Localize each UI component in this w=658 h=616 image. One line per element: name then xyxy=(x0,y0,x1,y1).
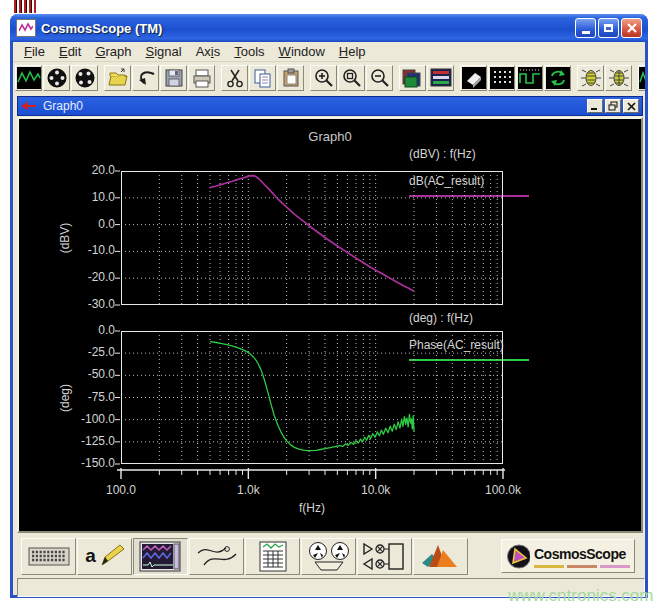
y-tick-label: 10.0 xyxy=(61,190,115,204)
save-icon xyxy=(163,68,185,88)
minimize-button[interactable] xyxy=(575,18,596,38)
y-tick-label: -75.0 xyxy=(61,390,115,404)
y-tick-label: -50.0 xyxy=(61,367,115,381)
zoom-region-button[interactable] xyxy=(338,65,365,91)
keyboard-icon xyxy=(26,541,72,571)
pinwheel-icon xyxy=(46,68,68,88)
x-tick-label: 1.0k xyxy=(214,483,282,497)
paste-button[interactable] xyxy=(277,65,304,91)
paste-icon xyxy=(280,68,302,88)
measure-button[interactable] xyxy=(516,65,543,91)
layers-button[interactable] xyxy=(427,65,454,91)
probe-button[interactable] xyxy=(189,538,244,575)
bug-icon xyxy=(580,68,602,88)
matlab-icon xyxy=(419,541,463,572)
brand-underline xyxy=(534,565,630,568)
x-tick-label: 10.0k xyxy=(342,483,410,497)
pinwheel-button-1[interactable] xyxy=(43,65,70,91)
y-tick-label: -150.0 xyxy=(61,456,115,470)
cascade-button[interactable] xyxy=(399,65,426,91)
bug-icon xyxy=(608,68,630,88)
screenshot-canvas: CosmosScope (TM) FileEditGraphSignalAxis… xyxy=(0,0,658,616)
bug-prev-button[interactable] xyxy=(605,65,632,91)
wave-zoom-button[interactable] xyxy=(638,65,645,91)
menu-item-file[interactable]: File xyxy=(17,43,52,60)
calculator-button[interactable] xyxy=(245,538,300,575)
zoom-out-button[interactable] xyxy=(366,65,393,91)
undo-button[interactable] xyxy=(132,65,159,91)
maximize-button[interactable] xyxy=(598,18,619,38)
mixer-icon xyxy=(361,541,409,572)
menu-item-window[interactable]: Window xyxy=(272,43,332,60)
zoom-in-button[interactable] xyxy=(310,65,337,91)
tape-reel-button[interactable] xyxy=(301,538,356,575)
titlebar[interactable]: CosmosScope (TM) xyxy=(10,14,648,42)
brand-label: CosmosScope xyxy=(534,546,626,562)
waveform-button[interactable] xyxy=(15,65,42,91)
redraw-button[interactable] xyxy=(544,65,571,91)
oscilloscope-icon xyxy=(139,541,183,572)
eraser-icon xyxy=(462,67,486,89)
probe-icon xyxy=(194,541,240,571)
graph-close-button[interactable] xyxy=(623,99,639,113)
menu-item-help[interactable]: Help xyxy=(332,43,373,60)
x-axis-title: f(Hz) xyxy=(272,501,352,515)
y-tick-label: -25.0 xyxy=(61,345,115,359)
zoom-in-icon xyxy=(313,68,335,88)
annotate-button[interactable]: a xyxy=(77,538,132,575)
menu-item-edit[interactable]: Edit xyxy=(52,43,88,60)
measure-icon xyxy=(518,67,542,89)
grid-icon xyxy=(490,67,514,89)
pencil-icon xyxy=(98,543,124,569)
cut-icon xyxy=(224,68,246,88)
y-tick-label: -30.0 xyxy=(61,297,115,311)
y-tick-label: 20.0 xyxy=(61,163,115,177)
zoom-region-icon xyxy=(341,68,363,88)
close-icon xyxy=(627,23,637,33)
tape-reel-icon xyxy=(305,541,353,572)
menubar: FileEditGraphSignalAxisToolsWindowHelp xyxy=(13,42,645,62)
app-icon xyxy=(16,19,36,37)
pinwheel-icon xyxy=(74,68,96,88)
menu-item-graph[interactable]: Graph xyxy=(88,43,138,60)
phase-curve xyxy=(210,342,414,451)
graph-restore-button[interactable] xyxy=(605,99,621,113)
y-tick-label: 0.0 xyxy=(61,217,115,231)
minimize-icon xyxy=(590,102,600,111)
grid-button[interactable] xyxy=(488,65,515,91)
menu-item-tools[interactable]: Tools xyxy=(227,43,271,60)
zoom-out-icon xyxy=(369,68,391,88)
close-button[interactable] xyxy=(621,18,642,38)
matlab-button[interactable] xyxy=(413,538,468,575)
menu-item-axis[interactable]: Axis xyxy=(189,43,228,60)
print-button[interactable] xyxy=(188,65,215,91)
print-icon xyxy=(191,68,213,88)
y-tick-label: 0.0 xyxy=(61,323,115,337)
redraw-icon xyxy=(546,67,570,89)
eraser-button[interactable] xyxy=(460,65,487,91)
y-tick-label: -10.0 xyxy=(61,243,115,257)
cut-button[interactable] xyxy=(221,65,248,91)
menu-item-signal[interactable]: Signal xyxy=(139,43,189,60)
watermark: www.cntronics.com xyxy=(508,586,653,606)
copy-button[interactable] xyxy=(249,65,276,91)
save-button[interactable] xyxy=(160,65,187,91)
wave-zoom-icon xyxy=(639,67,645,89)
restore-icon xyxy=(608,101,619,111)
calculator-icon xyxy=(255,541,291,572)
undo-icon xyxy=(135,68,157,88)
phase-chart xyxy=(121,331,503,464)
x-tick-label: 100.0k xyxy=(469,483,537,497)
frequency-axis xyxy=(121,468,503,482)
x-tick-label: 100.0 xyxy=(87,483,155,497)
plot-panel: Graph0 (dBV) : f(Hz) dB(AC_result) (deg)… xyxy=(17,117,643,533)
oscilloscope-button[interactable] xyxy=(133,538,188,575)
graph-window-titlebar[interactable]: Graph0 xyxy=(17,96,643,116)
pinwheel-button-2[interactable] xyxy=(71,65,98,91)
cosmosscope-brand-button[interactable]: CosmosScope xyxy=(501,539,635,573)
mixer-button[interactable] xyxy=(357,538,412,575)
bug-next-button[interactable] xyxy=(577,65,604,91)
keyboard-button[interactable] xyxy=(21,538,76,575)
open-file-button[interactable] xyxy=(104,65,131,91)
graph-minimize-button[interactable] xyxy=(587,99,603,113)
